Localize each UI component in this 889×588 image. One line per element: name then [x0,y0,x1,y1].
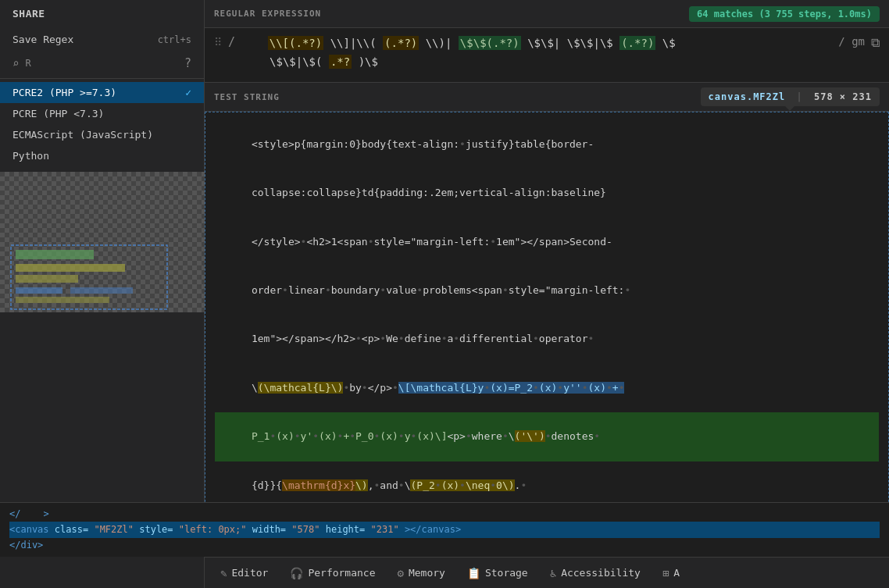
regex-open-slash: / [228,34,235,49]
pattern-sep-4: \$\$|\$ [567,37,613,49]
pattern-paren-group: (.*?) [383,36,419,50]
sidebar-save-row[interactable]: Save Regex ctrl+s [0,27,204,52]
tab-performance[interactable]: 🎧 Performance [280,562,384,584]
test-line-6: \(\mathcal{L}\)•by•</p>•\[\mathcal{L}y•(… [215,364,879,412]
svg-rect-9 [70,287,133,294]
test-line-3: </style>•<h2>1<span•style="margin-left:•… [215,218,879,266]
regex-pattern-display[interactable]: \\[(.*?) \\]|\\( (.*?) \\)| \$\$(.*?) \$… [241,34,832,72]
match-highlight-7: (P_2•(x)•\neq•0\) [410,479,514,491]
regex-header: REGULAR EXPRESSION 64 matches (3 755 ste… [205,0,889,28]
pattern-sep-2: \\)| [426,37,452,49]
svg-rect-6 [16,264,125,272]
test-line-5: 1em"></span></h2>•<p>•We•define•a•differ… [215,315,879,364]
tab-storage[interactable]: 📋 Storage [458,562,537,584]
storage-icon: 📋 [467,567,480,579]
tab-more-label: A [673,567,680,579]
tab-more[interactable]: ⊞ A [653,562,689,584]
tab-editor-label: Editor [231,567,268,579]
performance-icon: 🎧 [290,567,303,579]
sidebar: SHARE Save Regex ctrl+s ⌕ R ? PCRE2 (PHP… [0,0,205,588]
tab-performance-label: Performance [308,567,375,579]
editor-icon: ✎ [220,567,227,579]
pattern-dollar-end: (.*?) [619,36,655,50]
accessibility-icon: ♿ [550,567,556,579]
html-bottom-bar: </ > <canvas class= "MF2Zl" style= "left… [0,502,889,557]
pattern-line2-group: .*? [329,55,352,69]
sidebar-share-label: SHARE [0,0,204,27]
pattern-line2-end: )\$ [359,55,378,68]
test-line-2: collapse:collapse}td{padding:.2em;vertic… [215,169,879,217]
flavor-label: R [25,58,30,69]
pattern-line2: \$\$|\$( [270,55,322,68]
test-line-1: <style>p{margin:0}body{text-align:•justi… [215,120,879,169]
match-highlight-4: ('\') [515,430,545,442]
sidebar-item-ecmascript[interactable]: ECMAScript (JavaScript) [0,124,204,145]
pattern-dollar-group: \$\$(.*?) [459,36,521,50]
pattern-prefix [241,37,261,49]
tooltip-separator: | [797,91,803,102]
copy-icon[interactable]: ⧉ [871,34,880,50]
tooltip-container: canvas.MF2Zl | 578 × 231 [701,87,880,106]
save-shortcut: ctrl+s [158,34,191,45]
matches-badge: 64 matches (3 755 steps, 1.0ms) [689,6,880,22]
tab-memory[interactable]: ⚙ Memory [388,562,455,584]
regex-flags[interactable]: / gm [838,34,865,48]
svg-rect-10 [16,297,109,303]
sidebar-search-row: ⌕ R ? [0,52,204,75]
match-highlight-3: P_1•(x)•y'•(x)•+•P_0•(x)•y•(x)\] [252,430,448,442]
sidebar-item-pcre[interactable]: PCRE (PHP <7.3) [0,103,204,124]
help-icon[interactable]: ? [184,56,191,70]
test-header: TEST STRING canvas.MF2Zl | 578 × 231 [205,83,889,112]
match-highlight-1: (\mathcal{L}\) [258,382,344,394]
match-highlight-6: \) [355,479,368,491]
tab-memory-label: Memory [409,567,445,579]
test-title: TEST STRING [214,92,280,102]
match-highlight-2: \[\mathcal{L}y•(x)=P_2•(x)•y''•(x)•+• [398,382,625,394]
html-line-1: </ > [9,507,880,522]
tooltip-box: canvas.MF2Zl | 578 × 231 [701,87,880,106]
tab-storage-label: Storage [485,567,528,579]
sidebar-item-python[interactable]: Python [0,145,204,166]
match-highlight-5: \mathrm{d}x} [282,479,355,491]
tab-accessibility-label: Accessibility [561,567,641,579]
test-line-7: P_1•(x)•y'•(x)•+•P_0•(x)•y•(x)\]<p>•wher… [215,412,879,461]
svg-rect-7 [16,275,78,283]
pattern-sep-1: \\]|\\( [330,37,377,49]
html-line-3: </div> [9,538,880,553]
regex-input-area[interactable]: ⠿ / \\[(.*?) \\]|\\( (.*?) \\)| \$\$(.*?… [205,28,889,83]
check-icon: ✓ [185,87,191,98]
test-content-area[interactable]: <style>p{margin:0}body{text-align:•justi… [205,112,889,557]
sidebar-divider-1 [0,78,204,79]
regex-title: REGULAR EXPRESSION [214,9,321,19]
svg-rect-8 [16,287,62,294]
save-regex-label: Save Regex [12,34,73,45]
tooltip-canvas-label: canvas.MF2Zl [709,91,786,102]
svg-rect-5 [16,250,94,259]
pattern-bracket-group-1: \\[(.*?) [268,36,323,50]
minimap-preview [0,172,205,312]
main-area: REGULAR EXPRESSION 64 matches (3 755 ste… [205,0,889,588]
pcre2-label: PCRE2 (PHP >=7.3) [12,87,116,98]
drag-handle-icon: ⠿ [214,34,222,48]
tooltip-size: 578 × 231 [814,91,872,102]
test-line-4: order•linear•boundary•value•problems<spa… [215,266,879,315]
bottom-tabs: ✎ Editor 🎧 Performance ⚙ Memory 📋 Storag… [205,557,889,588]
memory-icon: ⚙ [398,567,404,579]
tab-editor[interactable]: ✎ Editor [211,562,277,584]
search-icon: ⌕ [12,57,19,69]
tab-accessibility[interactable]: ♿ Accessibility [541,562,650,584]
more-icon: ⊞ [662,567,669,579]
html-line-2: <canvas class= "MF2Zl" style= "left: 0px… [9,522,880,538]
pattern-sep-3: \$\$| [527,37,560,49]
sidebar-item-pcre2[interactable]: PCRE2 (PHP >=7.3) ✓ [0,82,204,103]
pattern-sep-5: \$ [662,37,676,49]
